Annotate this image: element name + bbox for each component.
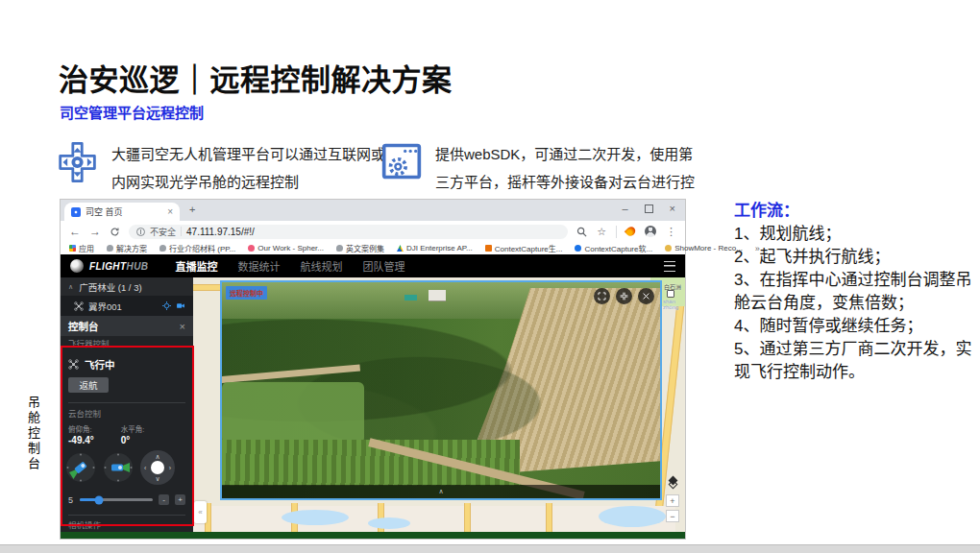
dpad-right-icon[interactable]: ›: [169, 465, 171, 471]
hamburger-menu-icon[interactable]: [664, 261, 675, 272]
bookmark-item[interactable]: ContextCapture软...: [575, 243, 652, 253]
pitch-gauge[interactable]: [65, 452, 96, 483]
slider-thumb[interactable]: [94, 495, 103, 504]
dpad-left-icon[interactable]: ‹: [144, 465, 146, 471]
browser-tab[interactable]: 司空 首页 ×: [64, 203, 180, 221]
gimbal-dpad[interactable]: ∧ ∨ ‹ ›: [140, 450, 175, 485]
flighthub-brand: FLIGHTHUB: [89, 261, 148, 272]
bookmark-favicon: [665, 245, 672, 252]
divider: [68, 402, 185, 403]
console-title: 控制台: [68, 319, 99, 333]
nav-live-monitor[interactable]: 直播监控: [175, 258, 217, 274]
bookmark-label: ShowMore - Reco...: [674, 244, 743, 252]
device-row[interactable]: 翼界001: [61, 296, 193, 316]
bookmark-label: ContextCapture软...: [584, 243, 652, 253]
flight-status-row: 飞行中: [61, 349, 193, 372]
bookmark-favicon: [336, 245, 343, 252]
bookmarks-overflow-chevron[interactable]: »: [755, 244, 760, 253]
pitch-angle: 俯仰角: -49.4°: [68, 423, 94, 445]
locate-crosshair-icon[interactable]: [162, 301, 171, 310]
yaw-gauge[interactable]: [103, 452, 134, 483]
gimbal-angles: 俯仰角: -49.4° 水平角: 0°: [61, 419, 193, 445]
gimbal-widgets: ∧ ∨ ‹ ›: [61, 445, 193, 485]
bookmark-item[interactable]: 行业介绍材料 (PP...: [159, 243, 235, 253]
bookmark-star-icon[interactable]: ☆: [597, 227, 606, 237]
collapse-chevron-icon[interactable]: ∧: [68, 283, 73, 291]
page-title: 治安巡逻｜远程控制解决方案: [59, 56, 453, 99]
bookmark-favicon: [248, 245, 255, 252]
device-label: 翼界001: [88, 300, 158, 313]
video-camera-icon[interactable]: [176, 301, 185, 310]
workflow-step: 3、在指挥中心通过控制台调整吊舱云台角度，变焦倍数；: [734, 269, 978, 315]
control-sidebar: ∧ 广西林业 (1 / 3) 翼界001: [61, 277, 193, 532]
map-zoom-out-button[interactable]: −: [666, 510, 679, 522]
zoom-level-value: 5: [68, 495, 74, 505]
drone-icon: [68, 359, 79, 370]
map-road-stub: [546, 503, 552, 532]
device-group-row[interactable]: ∧ 广西林业 (1 / 3): [61, 277, 193, 296]
bookmark-label: ContextCapture生...: [495, 243, 563, 253]
close-icon: [642, 292, 650, 301]
sidebar-collapse-button[interactable]: «: [194, 501, 207, 523]
zoom-minus-button[interactable]: -: [159, 494, 169, 505]
url-field[interactable]: 不安全 47.111.97.15/#!/: [129, 225, 568, 239]
reload-icon[interactable]: [110, 227, 120, 237]
live-video-feed[interactable]: 远程控制中: [220, 280, 662, 500]
info-icon[interactable]: [136, 228, 145, 236]
bookmark-item-apps[interactable]: 应用: [69, 243, 94, 253]
bookmark-item[interactable]: Our Work - Spher...: [248, 244, 324, 252]
console-close-icon[interactable]: ×: [180, 321, 185, 332]
return-home-button[interactable]: 返航: [68, 377, 109, 393]
new-tab-button[interactable]: +: [189, 204, 195, 215]
map-water: [599, 506, 666, 527]
bookmark-item[interactable]: ContextCapture生...: [485, 243, 563, 253]
address-bar: ← → 不安全 47.111.97.15/#!/ ☆ ⋮: [61, 221, 685, 242]
bookmark-item[interactable]: ShowMore - Reco...: [665, 244, 743, 252]
bookmark-favicon: [159, 245, 166, 252]
flight-status-label: 飞行中: [85, 357, 115, 372]
shrink-button[interactable]: [616, 288, 632, 304]
workflow-step: 5、通过第三方厂商二次开发，实现飞行控制动作。: [734, 338, 978, 384]
bookmark-item[interactable]: 英文案例集: [336, 243, 384, 253]
zoom-plus-button[interactable]: +: [175, 494, 185, 505]
profile-avatar[interactable]: [645, 226, 656, 237]
bookmark-item[interactable]: 解决方案: [107, 243, 147, 253]
url-text: 47.111.97.15/#!/: [186, 227, 255, 237]
bookmark-item[interactable]: DJI Enterprise AP...: [397, 244, 473, 252]
extension-flame-icon[interactable]: [625, 225, 637, 237]
yaw-label: 水平角:: [121, 423, 145, 434]
workflow-step: 2、起飞并执行航线；: [734, 246, 978, 269]
search-icon[interactable]: [576, 227, 587, 237]
zoom-slider[interactable]: [80, 498, 153, 501]
tab-close-icon[interactable]: ×: [167, 206, 173, 217]
camera-actions-row: 拍照: [61, 530, 193, 532]
video-bottom-bar[interactable]: ∧: [222, 485, 660, 498]
window-close-button[interactable]: ×: [670, 203, 675, 214]
menu-kebab-icon[interactable]: ⋮: [666, 227, 676, 237]
maximize-button[interactable]: [645, 204, 653, 213]
tab-favicon-icon: [71, 207, 81, 217]
back-icon[interactable]: ←: [69, 226, 81, 237]
nav-data-stats[interactable]: 数据统计: [237, 258, 280, 274]
dpad-up-icon[interactable]: ∧: [155, 453, 159, 460]
gimbal-section-label: 云台控制: [61, 409, 193, 419]
dpad-down-icon[interactable]: ∨: [155, 475, 159, 482]
fullscreen-button[interactable]: [594, 288, 610, 304]
map-layers-control[interactable]: [668, 477, 679, 489]
forward-icon[interactable]: →: [89, 226, 101, 237]
dpad-center-button[interactable]: [151, 461, 164, 474]
nav-route-planning[interactable]: 航线规划: [300, 258, 342, 274]
video-close-button[interactable]: [638, 288, 654, 304]
minimize-button[interactable]: –: [622, 203, 627, 214]
nav-team-management[interactable]: 团队管理: [362, 258, 404, 274]
url-separator: [181, 227, 182, 236]
slide-footer-bar: [0, 544, 980, 553]
map-zoom-in-button[interactable]: +: [666, 494, 679, 507]
brand-hub: HUB: [127, 261, 149, 272]
drive-icon: [397, 245, 404, 252]
pitch-label: 俯仰角:: [68, 423, 94, 434]
workflow-step: 4、随时暂停或继续任务；: [734, 315, 978, 338]
chevron-up-icon[interactable]: ∧: [438, 488, 443, 495]
map-zoom-controls: + −: [666, 494, 679, 525]
dpad-icon: [56, 140, 99, 184]
